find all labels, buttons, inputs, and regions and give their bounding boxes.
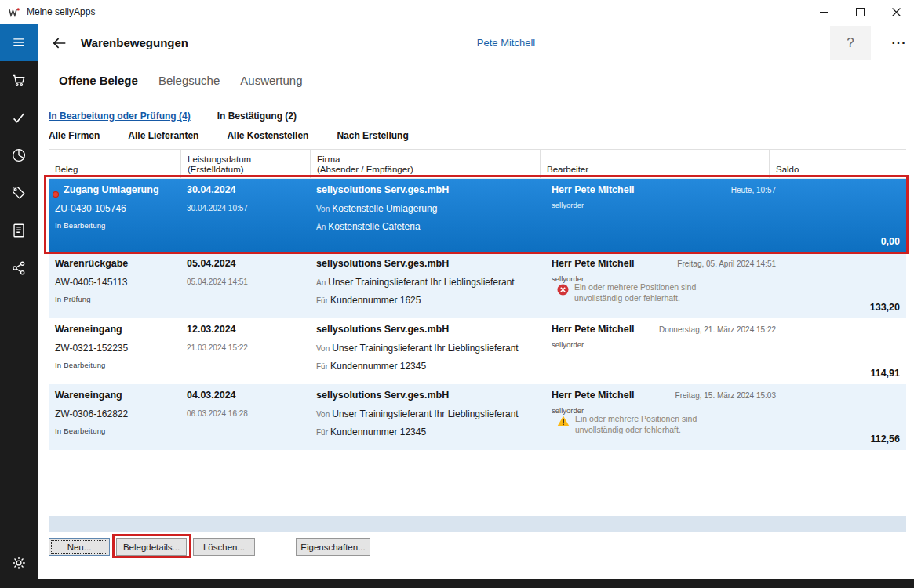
help-button[interactable]: ? (830, 26, 871, 60)
filter-alle-kostenstellen[interactable]: Alle Kostenstellen (227, 130, 308, 141)
app-window: Meine sellyApps (0, 0, 914, 588)
filter-in-bearbeitung[interactable]: In Bearbeitung oder Prüfung (4) (49, 111, 191, 122)
settings-button[interactable] (0, 547, 38, 579)
hamburger-menu-button[interactable] (0, 24, 38, 61)
service-date: 05.04.2024 (187, 258, 236, 269)
maximize-button[interactable] (842, 0, 878, 24)
doc-status: In Prüfung (55, 295, 91, 303)
document-list: Beleg Leistungsdatum(Erstelldatum) Firma… (49, 149, 906, 532)
close-button[interactable] (878, 0, 914, 24)
company-name: sellysolutions Serv.ges.mbH (316, 184, 449, 195)
row-alert: Ein oder mehrere Positionen sindunvollst… (557, 281, 696, 303)
doc-number: AW-0405-145113 (55, 277, 128, 288)
tag-icon (10, 184, 27, 201)
tab-offene-belege[interactable]: Offene Belege (59, 74, 138, 87)
doc-status: In Bearbeitung (55, 361, 106, 369)
doc-number: ZW-0321-152235 (55, 343, 128, 354)
editor-name: Herr Pete Mitchell (552, 390, 635, 401)
belegdetails-button[interactable]: Belegdetails... (116, 538, 187, 556)
table-row[interactable]: Zugang Umlagerung ZU-0430-105746 In Bear… (49, 179, 906, 252)
column-header-leistungsdatum[interactable]: Leistungsdatum(Erstelldatum) (180, 150, 310, 178)
tab-auswertung[interactable]: Auswertung (240, 74, 302, 87)
alert-text: Ein oder mehrere Positionen sindunvollst… (575, 413, 697, 435)
created-date: 30.04.2024 10:57 (187, 204, 248, 212)
created-date: 05.04.2024 14:51 (187, 278, 248, 286)
filter-in-bestaetigung[interactable]: In Bestätigung (2) (217, 111, 297, 122)
doc-type: Wareneingang (55, 324, 122, 335)
eigenschaften-button[interactable]: Eigenschaften... (296, 538, 370, 556)
doc-status: In Bearbeitung (55, 221, 106, 230)
sidebar-item-documents[interactable] (0, 212, 38, 249)
minimize-icon (820, 12, 828, 13)
list-footer-strip[interactable] (49, 516, 906, 532)
sidebar-item-share[interactable] (0, 249, 38, 287)
edited-timestamp: Donnerstag, 21. März 2024 15:22 (659, 325, 776, 334)
company-name: sellysolutions Serv.ges.mbH (316, 324, 449, 335)
filter-alle-lieferanten[interactable]: Alle Lieferanten (128, 130, 198, 141)
sidebar-item-cart[interactable] (0, 61, 38, 99)
user-name[interactable]: Pete Mitchell (349, 37, 663, 49)
main-content: Warenbewegungen Pete Mitchell ? ··· Offe… (38, 24, 914, 579)
sidebar-item-tags[interactable] (0, 174, 38, 212)
service-date: 30.04.2024 (187, 184, 236, 195)
shopping-cart-icon (10, 71, 27, 89)
editor-name: Herr Pete Mitchell (552, 324, 635, 335)
editor-app: sellyorder (552, 340, 584, 349)
column-header-beleg[interactable]: Beleg (49, 150, 180, 178)
gear-icon (10, 554, 27, 572)
company-line3: FürKundennummer 12345 (316, 426, 426, 437)
edited-timestamp: Heute, 10:57 (731, 186, 776, 194)
filter-alle-firmen[interactable]: Alle Firmen (49, 130, 100, 141)
close-icon (892, 8, 901, 16)
status-filter-bar: In Bearbeitung oder Prüfung (4) In Bestä… (49, 111, 297, 122)
company-line2: VonUnser Trainingslieferant Ihr Liebling… (316, 343, 519, 354)
service-date: 04.03.2024 (187, 390, 236, 401)
pie-chart-icon (10, 147, 27, 164)
doc-type: Warenrückgabe (55, 258, 128, 269)
company-line2: VonKostenstelle Umlagerung (316, 203, 437, 214)
column-header-firma[interactable]: Firma(Absender / Empfänger) (310, 150, 540, 178)
changed-indicator-icon (53, 191, 59, 198)
doc-type: Wareneingang (55, 390, 122, 401)
company-line3: FürKundennummer 12345 (316, 361, 426, 372)
share-network-icon (10, 260, 27, 277)
editor-name: Herr Pete Mitchell (552, 258, 635, 269)
more-button[interactable]: ··· (883, 30, 914, 56)
neu-button[interactable]: Neu... (49, 538, 110, 556)
company-line3: FürKundennummer 1625 (316, 295, 421, 306)
window-controls (806, 0, 914, 24)
table-row[interactable]: Warenrückgabe AW-0405-145113 In Prüfung … (49, 252, 906, 318)
row-alert: Ein oder mehrere Positionen sindunvollst… (557, 413, 697, 435)
tab-belegsuche[interactable]: Belegsuche (158, 74, 220, 87)
dimension-filter-bar: Alle Firmen Alle Lieferanten Alle Kosten… (49, 130, 409, 141)
column-header-bearbeiter[interactable]: Bearbeiter (540, 150, 769, 178)
doc-status: In Bearbeitung (55, 426, 106, 435)
saldo-value: 0,00 (881, 236, 900, 247)
warning-icon (557, 416, 570, 435)
sidebar (0, 24, 38, 588)
table-row[interactable]: Wareneingang ZW-0306-162822 In Bearbeitu… (49, 384, 906, 450)
sidebar-item-tasks[interactable] (0, 99, 38, 136)
doc-type: Zugang Umlagerung (64, 184, 159, 195)
created-date: 06.03.2024 16:28 (187, 409, 248, 418)
table-row[interactable]: Wareneingang ZW-0321-152235 In Bearbeitu… (49, 318, 906, 384)
empty-row (49, 450, 906, 516)
error-icon (557, 284, 569, 303)
column-header-saldo[interactable]: Saldo (769, 150, 906, 178)
filter-nach-erstellung[interactable]: Nach Erstellung (337, 130, 408, 141)
minimize-button[interactable] (806, 0, 842, 24)
editor-app: sellyorder (552, 201, 584, 209)
company-line2: AnUnser Trainingslieferant Ihr Lieblings… (316, 277, 515, 288)
back-button[interactable] (49, 32, 71, 54)
checkmark-icon (10, 109, 27, 126)
service-date: 12.03.2024 (187, 324, 236, 335)
loeschen-button[interactable]: Löschen... (193, 538, 255, 556)
titlebar: Meine sellyApps (0, 0, 914, 24)
tab-bar: Offene Belege Belegsuche Auswertung (59, 74, 303, 87)
sidebar-item-statistics[interactable] (0, 136, 38, 174)
edited-timestamp: Freitag, 05. April 2024 14:51 (677, 260, 776, 268)
hamburger-icon (11, 34, 27, 50)
editor-name: Herr Pete Mitchell (552, 184, 635, 195)
ellipsis-icon: ··· (892, 36, 907, 50)
company-line3: AnKostenstelle Cafeteria (316, 221, 421, 232)
